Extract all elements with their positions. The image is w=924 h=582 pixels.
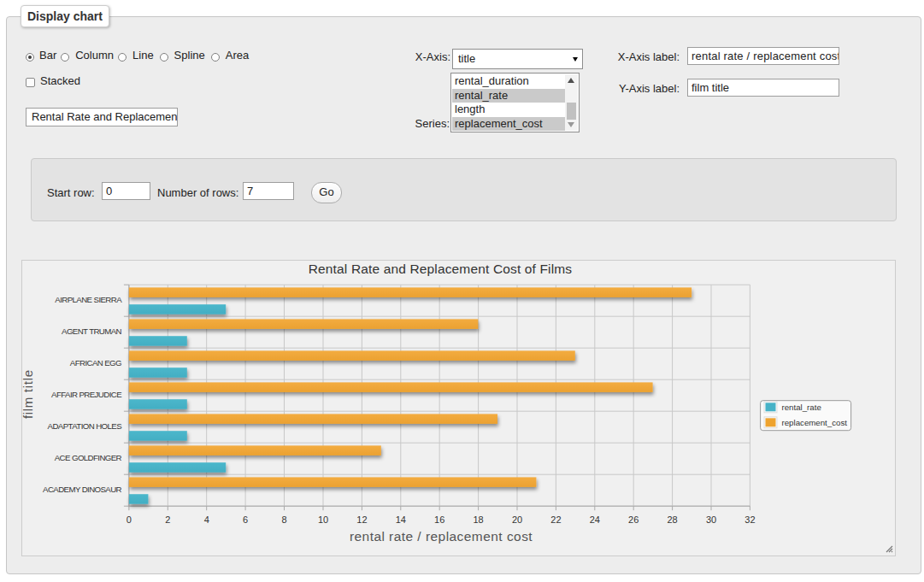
svg-text:26: 26 — [628, 514, 639, 525]
svg-text:18: 18 — [473, 514, 483, 525]
svg-text:2: 2 — [165, 514, 170, 525]
svg-text:28: 28 — [667, 514, 677, 525]
svg-text:ACADEMY DINOSAUR: ACADEMY DINOSAUR — [43, 485, 122, 494]
svg-text:AGENT TRUMAN: AGENT TRUMAN — [62, 326, 122, 336]
svg-text:ACE GOLDFINGER: ACE GOLDFINGER — [55, 453, 122, 462]
svg-text:12: 12 — [356, 514, 367, 525]
svg-text:replacement_cost: replacement_cost — [782, 418, 848, 427]
svg-text:30: 30 — [706, 514, 716, 525]
svg-text:16: 16 — [434, 514, 444, 525]
svg-text:14: 14 — [396, 514, 406, 525]
svg-text:22: 22 — [550, 514, 561, 525]
svg-text:20: 20 — [512, 514, 522, 525]
svg-text:film title: film title — [22, 369, 35, 419]
svg-text:AFRICAN EGG: AFRICAN EGG — [70, 358, 121, 367]
svg-text:0: 0 — [127, 514, 132, 525]
svg-text:AIRPLANE SIERRA: AIRPLANE SIERRA — [55, 295, 122, 304]
svg-text:ADAPTATION HOLES: ADAPTATION HOLES — [48, 421, 123, 431]
svg-text:6: 6 — [243, 514, 248, 525]
svg-text:8: 8 — [281, 514, 286, 525]
svg-text:32: 32 — [744, 514, 755, 525]
svg-text:Rental Rate and Replacement Co: Rental Rate and Replacement Cost of Film… — [309, 262, 573, 276]
svg-text:24: 24 — [590, 514, 600, 525]
svg-text:AFFAIR PREJUDICE: AFFAIR PREJUDICE — [51, 390, 122, 399]
svg-text:rental_rate: rental_rate — [782, 403, 821, 412]
svg-text:10: 10 — [318, 514, 328, 525]
svg-text:rental rate / replacement cost: rental rate / replacement cost — [350, 529, 533, 544]
svg-text:4: 4 — [204, 514, 209, 525]
